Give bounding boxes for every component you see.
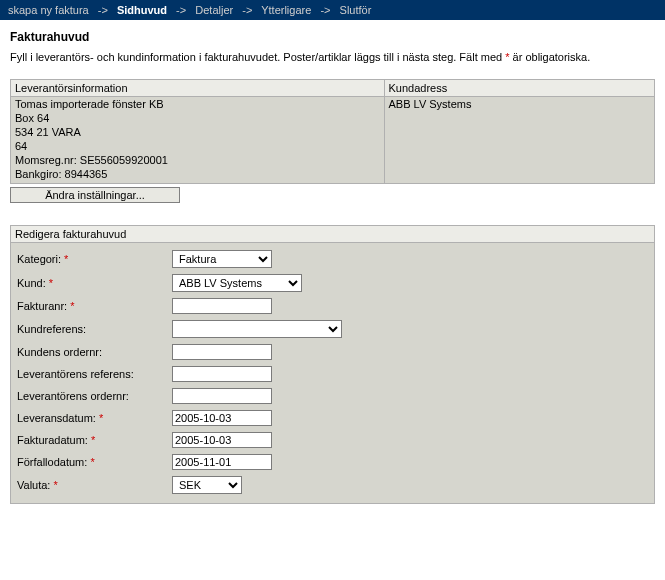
wizard-step-header[interactable]: Sidhuvud — [117, 4, 167, 16]
kund-label: Kund: — [17, 277, 46, 289]
wizard-steps: skapa ny faktura -> Sidhuvud -> Detaljer… — [0, 0, 665, 20]
wizard-step-finish[interactable]: Slutför — [340, 4, 372, 16]
lev-referens-label: Leverantörens referens: — [17, 368, 134, 380]
supplier-name: Tomas importerade fönster KB — [11, 97, 385, 112]
kundens-ordernr-label: Kundens ordernr: — [17, 346, 102, 358]
kategori-select[interactable]: Faktura — [172, 250, 272, 268]
wizard-step-create[interactable]: skapa ny faktura — [8, 4, 89, 16]
edit-form: Kategori: * Faktura Kund: * ABB LV Syste… — [10, 243, 655, 504]
wizard-arrow-icon: -> — [242, 4, 252, 16]
fakturanr-input[interactable] — [172, 298, 272, 314]
valuta-select[interactable]: SEK — [172, 476, 242, 494]
valuta-label: Valuta: — [17, 479, 50, 491]
leveransdatum-input[interactable] — [172, 410, 272, 426]
kund-select[interactable]: ABB LV Systems — [172, 274, 302, 292]
supplier-vat: Momsreg.nr: SE556059920001 — [11, 153, 385, 167]
supplier-bankgiro: Bankgiro: 8944365 — [11, 167, 385, 184]
leveransdatum-label: Leveransdatum: — [17, 412, 96, 424]
forfallodatum-input[interactable] — [172, 454, 272, 470]
page-title: Fakturahuvud — [10, 30, 655, 44]
kundreferens-label: Kundreferens: — [17, 323, 86, 335]
supplier-box: Box 64 — [11, 111, 385, 125]
wizard-step-additional[interactable]: Ytterligare — [261, 4, 311, 16]
info-table: Leverantörsinformation Kundadress Tomas … — [10, 79, 655, 184]
lev-ordernr-input[interactable] — [172, 388, 272, 404]
kundens-ordernr-input[interactable] — [172, 344, 272, 360]
wizard-arrow-icon: -> — [320, 4, 330, 16]
supplier-country: 64 — [11, 139, 385, 153]
customer-heading: Kundadress — [384, 80, 654, 97]
fakturadatum-input[interactable] — [172, 432, 272, 448]
wizard-arrow-icon: -> — [98, 4, 108, 16]
lev-referens-input[interactable] — [172, 366, 272, 382]
intro-text: Fyll i leverantörs- och kundinformation … — [10, 50, 655, 65]
supplier-heading: Leverantörsinformation — [11, 80, 385, 97]
fakturanr-label: Fakturanr: — [17, 300, 67, 312]
customer-name: ABB LV Systems — [384, 97, 654, 112]
edit-section-title: Redigera fakturahuvud — [10, 225, 655, 243]
supplier-postal: 534 21 VARA — [11, 125, 385, 139]
kundreferens-select[interactable] — [172, 320, 342, 338]
lev-ordernr-label: Leverantörens ordernr: — [17, 390, 129, 402]
fakturadatum-label: Fakturadatum: — [17, 434, 88, 446]
wizard-arrow-icon: -> — [176, 4, 186, 16]
wizard-step-details[interactable]: Detaljer — [195, 4, 233, 16]
kategori-label: Kategori: — [17, 253, 61, 265]
change-settings-button[interactable]: Ändra inställningar... — [10, 187, 180, 203]
forfallodatum-label: Förfallodatum: — [17, 456, 87, 468]
